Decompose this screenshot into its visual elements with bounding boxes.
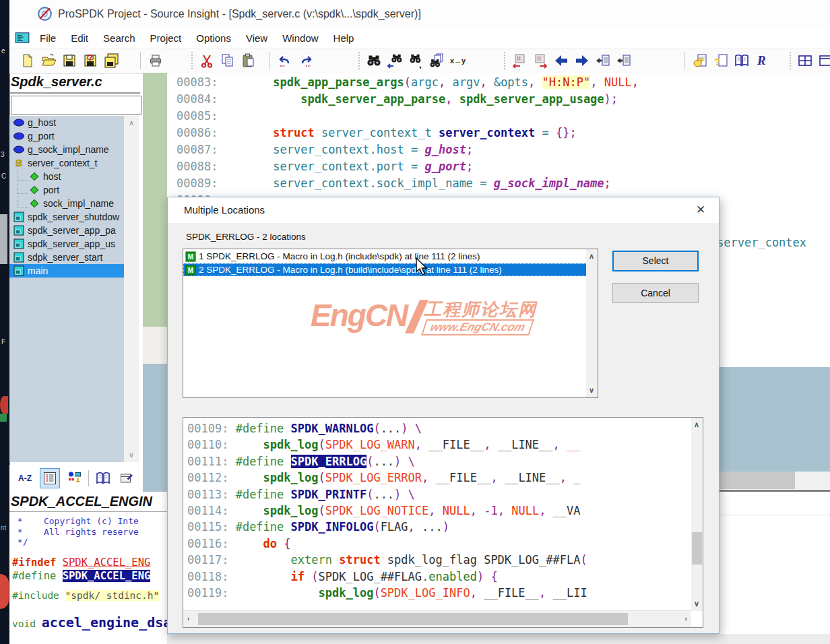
- toolbar-separator: [191, 52, 195, 69]
- scroll-up-icon[interactable]: ∧: [589, 252, 594, 261]
- scroll-up-icon[interactable]: ∧: [694, 420, 699, 429]
- save-file-icon[interactable]: [61, 52, 78, 69]
- help-doc-icon[interactable]: ?: [712, 52, 730, 69]
- find-in-files-icon[interactable]: [428, 52, 445, 69]
- menu-window[interactable]: Window: [275, 28, 325, 49]
- toolbar-separator: [504, 52, 507, 69]
- relation-r-icon[interactable]: R: [754, 52, 771, 69]
- symbol-item-host[interactable]: host: [9, 170, 124, 183]
- new-file-icon[interactable]: [19, 52, 36, 69]
- redo-icon[interactable]: [297, 52, 315, 69]
- cut-icon[interactable]: [198, 52, 216, 69]
- symbol-item-sock_impl_name[interactable]: sock_impl_name: [9, 197, 124, 210]
- svg-text:x→y: x→y: [450, 57, 466, 65]
- symbol-book-icon[interactable]: [733, 52, 751, 69]
- find-icon[interactable]: [365, 52, 383, 69]
- menu-help[interactable]: Help: [326, 28, 362, 49]
- document-back-icon[interactable]: [615, 52, 633, 69]
- svg-text:M: M: [188, 253, 193, 261]
- menu-edit[interactable]: Edit: [63, 28, 96, 49]
- members-view-icon[interactable]: [65, 469, 84, 488]
- find-next-icon[interactable]: ,: [407, 52, 424, 69]
- symbol-item-spdk_server_app_us[interactable]: spdk_server_app_us: [9, 237, 124, 251]
- symbol-item-sdpk_server_start[interactable]: sdpk_server_start: [9, 251, 124, 264]
- undo-icon[interactable]: [276, 52, 294, 69]
- dialog-title: Multiple Locations: [184, 197, 265, 223]
- save-all-icon[interactable]: [102, 52, 120, 69]
- symbol-list-scrollbar[interactable]: ∧ ∨: [124, 116, 139, 462]
- navigate-back-icon[interactable]: [552, 52, 570, 69]
- code-line: 00088: server_context.port = g_port;: [177, 158, 639, 175]
- toolbar-group: ,x→y: [365, 49, 466, 72]
- watermark-url: www.EngCN.com: [421, 319, 534, 335]
- sort-alpha-icon[interactable]: A-Z: [16, 469, 35, 488]
- symbol-item-g_sock_impl_name[interactable]: g_sock_impl_name: [9, 143, 124, 156]
- symbol-book-icon[interactable]: [94, 469, 113, 488]
- scroll-down-icon[interactable]: ∨: [124, 451, 139, 459]
- preview-horizontal-scrollbar[interactable]: ‹ ›: [183, 610, 691, 627]
- jump-next-icon[interactable]: [532, 52, 549, 69]
- symbol-item-spdk_server_shutdow[interactable]: spdk_server_shutdow: [9, 210, 124, 224]
- scroll-down-icon[interactable]: ∨: [589, 386, 594, 395]
- list-view-icon[interactable]: [40, 468, 60, 488]
- toolbar-separator: [790, 52, 793, 69]
- document-forward-icon[interactable]: [594, 52, 612, 69]
- menu-options[interactable]: Options: [189, 28, 238, 49]
- symbol-item-main[interactable]: main: [9, 264, 124, 278]
- symbol-list[interactable]: g_hostg_portg_sock_impl_nameSserver_cont…: [9, 116, 139, 462]
- toolbar-group: [511, 49, 633, 72]
- scroll-up-icon[interactable]: ∧: [124, 119, 139, 127]
- svg-text:?: ?: [88, 53, 92, 63]
- cascade-window-icon[interactable]: [817, 52, 830, 69]
- menu-file[interactable]: File: [32, 28, 63, 49]
- print-icon[interactable]: [147, 52, 164, 69]
- symbol-item-spdk_server_app_pa[interactable]: spdk_server_app_pa: [9, 224, 124, 237]
- paste-icon[interactable]: [240, 52, 257, 69]
- title-bar[interactable]: ProSPDK Project - Source Insight - [Spdk…: [9, 0, 830, 28]
- save-file-query-icon[interactable]: ?: [82, 52, 99, 69]
- symbol-filter-input[interactable]: [11, 96, 141, 115]
- symbol-label: g_sock_impl_name: [28, 144, 109, 155]
- cancel-button[interactable]: Cancel: [612, 283, 699, 303]
- menu-project[interactable]: Project: [143, 28, 189, 49]
- select-button[interactable]: Select: [612, 251, 699, 271]
- tree-connector: [17, 170, 28, 181]
- scrollbar-thumb-fragment[interactable]: [720, 472, 795, 489]
- open-file-icon[interactable]: [40, 52, 57, 69]
- replace-xy-icon[interactable]: x→y: [449, 52, 466, 69]
- symbol-item-g_host[interactable]: g_host: [9, 116, 124, 129]
- toolbar-separator: [269, 52, 270, 69]
- navigate-forward-icon[interactable]: [573, 52, 591, 69]
- location-item-1[interactable]: M1 SPDK_ERRLOG - Macro in Log.h (include…: [183, 250, 598, 263]
- copy-icon[interactable]: [219, 52, 236, 69]
- jump-previous-icon[interactable]: [511, 52, 528, 69]
- location-item-2[interactable]: M2 SPDK_ERRLOG - Macro in Log.h (build\i…: [183, 263, 598, 276]
- scroll-right-icon[interactable]: ›: [684, 614, 687, 622]
- scroll-left-icon[interactable]: ‹: [187, 614, 190, 622]
- window-gap-strip: [143, 364, 167, 492]
- symbol-label: server_context_t: [28, 158, 98, 168]
- tile-grid-icon[interactable]: [796, 52, 814, 69]
- document-window-icon[interactable]: [15, 32, 30, 46]
- member-icon: [28, 184, 40, 196]
- browse-hand-icon[interactable]: [691, 52, 709, 69]
- scroll-down-icon[interactable]: ∨: [694, 600, 699, 608]
- preview-vertical-scrollbar[interactable]: ∧ ∨: [691, 418, 703, 611]
- properties-icon[interactable]: [117, 469, 136, 488]
- find-previous-icon[interactable]: [386, 52, 404, 69]
- second-editor-pane[interactable]: SPDK_ACCEL_ENGIN * Copyright (c) Inte * …: [9, 492, 167, 644]
- close-icon[interactable]: ✕: [693, 203, 708, 218]
- symbol-item-port[interactable]: port: [9, 183, 124, 197]
- menu-search[interactable]: Search: [96, 28, 143, 49]
- code-preview[interactable]: 00109: #define SPDK_WARNLOG(...) \00110:…: [183, 417, 703, 628]
- code-line: 00086: struct server_context_t server_co…: [177, 125, 639, 141]
- scrollbar-thumb[interactable]: [692, 532, 702, 565]
- code-line: * All rights reserve: [12, 527, 139, 537]
- symbol-label: spdk_server_shutdow: [28, 212, 119, 222]
- menu-view[interactable]: View: [238, 28, 275, 49]
- dialog-title-bar[interactable]: Multiple Locations ✕: [168, 197, 719, 223]
- symbol-item-server_context_t[interactable]: Sserver_context_t: [9, 156, 124, 170]
- listbox-scrollbar[interactable]: ∧ ∨: [586, 249, 598, 397]
- symbol-item-g_port[interactable]: g_port: [9, 129, 124, 143]
- scrollbar-thumb[interactable]: [198, 613, 628, 625]
